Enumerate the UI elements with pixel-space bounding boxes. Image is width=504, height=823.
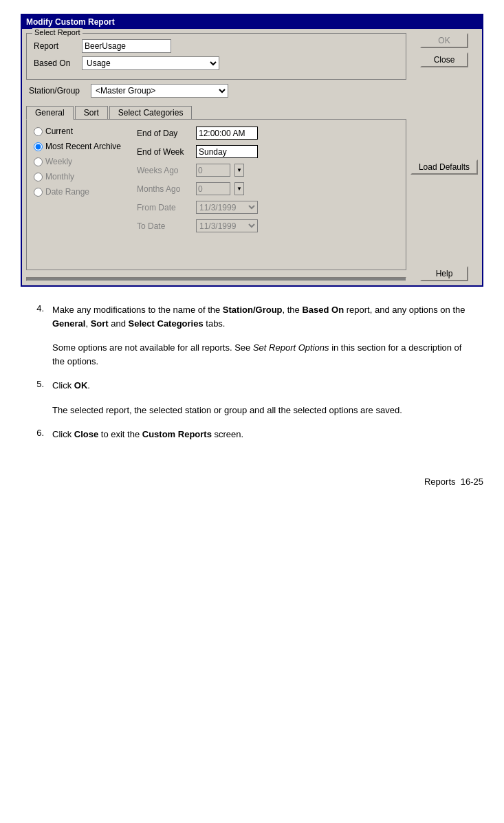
fields-column: End of Day End of Week Weeks Ago: [137, 127, 258, 232]
months-ago-arrow: ▼: [234, 182, 244, 195]
from-date-row: From Date 11/3/1999: [137, 201, 258, 214]
weeks-ago-input: [196, 164, 230, 177]
step-5-num: 5.: [28, 379, 44, 393]
step-4-text: Make any modifications to the name of th…: [52, 303, 476, 330]
radio-monthly-input[interactable]: [34, 173, 43, 182]
based-on-select[interactable]: Usage: [82, 56, 219, 70]
step-6-text: Click Close to exit the Custom Reports s…: [52, 428, 476, 441]
weeks-ago-label: Weeks Ago: [137, 166, 192, 175]
radio-current-input[interactable]: [34, 127, 43, 136]
step-6: 6. Click Close to exit the Custom Report…: [28, 428, 476, 441]
dialog-left-panel: Select Report Report Based On Usage Stat…: [26, 33, 406, 281]
radio-weekly: Weekly: [34, 157, 123, 166]
radio-weekly-input[interactable]: [34, 157, 43, 166]
step-4-sub: Some options are not available for all r…: [52, 341, 476, 368]
radio-most-recent-input[interactable]: [34, 142, 43, 151]
radio-weekly-label: Weekly: [45, 157, 72, 166]
end-of-day-row: End of Day: [137, 127, 258, 140]
radio-most-recent-label: Most Recent Archive: [45, 142, 121, 151]
dialog-title: Modify Custom Report: [26, 17, 115, 27]
station-group-label: Station/Group: [29, 86, 91, 96]
end-of-week-row: End of Week: [137, 145, 258, 158]
to-date-row: To Date 11/3/1999: [137, 219, 258, 232]
dialog-right-panel: OK Close Load Defaults Help: [410, 33, 478, 281]
to-date-select: 11/3/1999: [196, 219, 258, 232]
end-of-day-input[interactable]: [196, 127, 258, 140]
from-date-label: From Date: [137, 203, 192, 212]
load-defaults-button[interactable]: Load Defaults: [410, 160, 478, 175]
weeks-ago-row: Weeks Ago ▼: [137, 164, 258, 177]
radio-monthly: Monthly: [34, 172, 123, 182]
dialog-body: Select Report Report Based On Usage Stat…: [22, 29, 482, 285]
tabs-row: General Sort Select Categories: [26, 105, 406, 119]
select-report-section: Select Report Report Based On Usage: [26, 33, 406, 80]
months-ago-row: Months Ago ▼: [137, 182, 258, 195]
step-5: 5. Click OK.: [28, 379, 476, 393]
radio-date-range: Date Range: [34, 187, 123, 197]
tab-content-general: Current Most Recent Archive Weekly: [26, 119, 406, 270]
footer-page: 16-25: [461, 476, 483, 487]
report-input[interactable]: [82, 39, 171, 53]
tabs-area: General Sort Select Categories: [26, 105, 406, 270]
page-footer: Reports 16-25: [424, 476, 483, 487]
main-content: 4. Make any modifications to the name of…: [21, 303, 483, 441]
tab-select-categories[interactable]: Select Categories: [109, 106, 193, 119]
bottom-divider: [26, 277, 406, 281]
select-report-title: Select Report: [32, 28, 83, 36]
months-ago-label: Months Ago: [137, 184, 192, 194]
radio-monthly-label: Monthly: [45, 172, 74, 182]
from-date-select: 11/3/1999: [196, 201, 258, 214]
ok-button[interactable]: OK: [420, 33, 468, 48]
step-5-sub: The selected report, the selected statio…: [52, 404, 476, 417]
step-5-text: Click OK.: [52, 379, 476, 393]
report-field-row: Report: [34, 39, 399, 53]
months-ago-input: [196, 182, 230, 195]
radio-current: Current: [34, 127, 123, 136]
step-4: 4. Make any modifications to the name of…: [28, 303, 476, 330]
close-button[interactable]: Close: [420, 52, 468, 67]
radio-current-label: Current: [45, 127, 73, 136]
station-group-row: Station/Group <Master Group>: [26, 83, 406, 99]
station-group-select[interactable]: <Master Group>: [91, 84, 228, 98]
radio-most-recent: Most Recent Archive: [34, 142, 123, 151]
tab-content-inner: Current Most Recent Archive Weekly: [34, 127, 399, 232]
modify-custom-report-dialog: Modify Custom Report Select Report Repor…: [21, 14, 483, 287]
radio-date-range-label: Date Range: [45, 187, 89, 197]
end-of-week-input[interactable]: [196, 145, 258, 158]
step-6-num: 6.: [28, 428, 44, 441]
weeks-ago-arrow: ▼: [234, 164, 244, 177]
dialog-titlebar: Modify Custom Report: [22, 15, 482, 29]
based-on-field-row: Based On Usage: [34, 56, 399, 70]
based-on-label: Based On: [34, 58, 82, 68]
end-of-day-label: End of Day: [137, 129, 192, 138]
end-of-week-label: End of Week: [137, 147, 192, 157]
footer-section: Reports: [424, 476, 456, 487]
report-label: Report: [34, 41, 82, 51]
step-4-num: 4.: [28, 303, 44, 330]
tab-general[interactable]: General: [26, 106, 74, 120]
tab-sort[interactable]: Sort: [75, 106, 108, 119]
footer-area: Reports 16-25: [21, 452, 483, 494]
radio-date-range-input[interactable]: [34, 188, 43, 197]
to-date-label: To Date: [137, 221, 192, 231]
radio-column: Current Most Recent Archive Weekly: [34, 127, 123, 232]
help-button[interactable]: Help: [420, 266, 468, 281]
